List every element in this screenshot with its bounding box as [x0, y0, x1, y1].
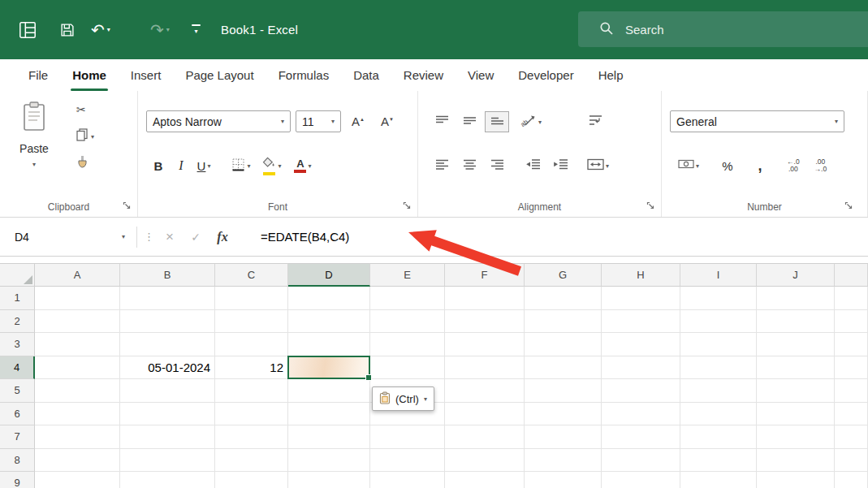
cell-G4[interactable]	[525, 356, 602, 380]
font-name-combobox[interactable]: Aptos Narrow▾	[146, 110, 291, 132]
column-header-J[interactable]: J	[757, 263, 835, 287]
cut-button[interactable]: ✂	[76, 101, 94, 119]
tab-data[interactable]: Data	[341, 59, 391, 91]
row-header-9[interactable]: 9	[0, 472, 35, 488]
redo-button[interactable]: ↷▾	[150, 0, 170, 59]
comma-style-button[interactable]: ,	[749, 154, 771, 177]
cell-J7[interactable]	[757, 425, 835, 449]
cell-D6[interactable]	[288, 403, 370, 426]
cell-B6[interactable]	[120, 403, 215, 426]
cell-D5[interactable]	[288, 379, 370, 403]
alignment-dialog-launcher[interactable]	[646, 201, 656, 211]
cell-B8[interactable]	[120, 449, 215, 473]
cell-A6[interactable]	[35, 403, 120, 426]
cell-A9[interactable]	[35, 472, 120, 488]
wrap-text-button[interactable]	[585, 110, 607, 133]
tab-insert[interactable]: Insert	[119, 59, 174, 91]
cell-I8[interactable]	[680, 449, 757, 473]
increase-font-size-button[interactable]: A▲	[346, 114, 370, 128]
cell-C2[interactable]	[215, 310, 288, 334]
tab-view[interactable]: View	[456, 59, 506, 91]
cell-B2[interactable]	[120, 310, 215, 334]
cell-I9[interactable]	[680, 472, 757, 488]
cell-F5[interactable]	[445, 379, 525, 403]
cell-A2[interactable]	[35, 310, 120, 334]
cell-H4[interactable]	[602, 356, 680, 380]
cell-B3[interactable]	[120, 333, 215, 356]
cell-overflow[interactable]	[835, 287, 868, 310]
excel-logo-icon[interactable]	[18, 0, 37, 59]
tab-home[interactable]: Home	[60, 59, 119, 91]
cell-D2[interactable]	[288, 310, 370, 334]
cell-F7[interactable]	[445, 425, 525, 449]
cell-B7[interactable]	[120, 425, 215, 449]
cell-D9[interactable]	[288, 472, 370, 488]
cell-E9[interactable]	[370, 472, 445, 488]
cell-E1[interactable]	[370, 287, 445, 310]
number-format-combobox[interactable]: General▾	[670, 110, 844, 132]
cell-H8[interactable]	[602, 449, 680, 473]
row-header-5[interactable]: 5	[0, 379, 35, 403]
cell-H6[interactable]	[602, 403, 680, 426]
number-dialog-launcher[interactable]	[844, 201, 854, 211]
cell-C4[interactable]: 12	[215, 356, 288, 380]
cell-J5[interactable]	[757, 379, 835, 403]
row-header-7[interactable]: 7	[0, 425, 35, 449]
row-header-4[interactable]: 4	[0, 356, 35, 380]
align-right-button[interactable]	[485, 155, 509, 176]
cell-C9[interactable]	[215, 472, 288, 488]
cell-H9[interactable]	[602, 472, 680, 488]
accounting-format-button[interactable]: ▾	[678, 154, 699, 177]
cell-E2[interactable]	[370, 310, 445, 334]
cell-J4[interactable]	[757, 356, 835, 380]
cell-J9[interactable]	[757, 472, 835, 488]
column-header-A[interactable]: A	[35, 263, 120, 287]
save-button[interactable]	[58, 0, 76, 59]
formula-input[interactable]: =EDATE(B4,C4)	[261, 230, 349, 244]
name-box[interactable]: D4▾	[6, 226, 130, 248]
row-header-2[interactable]: 2	[0, 310, 35, 334]
font-size-combobox[interactable]: 11▾	[296, 110, 341, 132]
undo-button[interactable]: ↶▾	[91, 0, 110, 59]
cell-F4[interactable]	[445, 356, 525, 380]
column-header-H[interactable]: H	[602, 263, 680, 287]
cell-E3[interactable]	[370, 333, 445, 356]
clipboard-dialog-launcher[interactable]	[122, 201, 132, 211]
underline-button[interactable]: U▾	[193, 154, 214, 177]
cell-A7[interactable]	[35, 425, 120, 449]
middle-align-button[interactable]	[457, 111, 482, 132]
cell-overflow[interactable]	[835, 425, 868, 449]
column-header-E[interactable]: E	[370, 263, 445, 287]
customize-quick-access-toolbar-button[interactable]: ▾	[192, 0, 201, 59]
tab-page-layout[interactable]: Page Layout	[173, 59, 266, 91]
cell-A5[interactable]	[35, 379, 120, 403]
cell-overflow[interactable]	[835, 333, 868, 356]
merge-and-center-button[interactable]: ▾	[587, 154, 609, 177]
cell-A1[interactable]	[35, 287, 120, 310]
search-box[interactable]: Search	[578, 11, 868, 47]
cell-G6[interactable]	[525, 403, 602, 426]
cell-G8[interactable]	[525, 449, 602, 473]
format-painter-button[interactable]	[76, 154, 94, 172]
cell-C3[interactable]	[215, 333, 288, 356]
tab-file[interactable]: File	[16, 59, 60, 91]
row-header-3[interactable]: 3	[0, 333, 35, 356]
cell-B9[interactable]	[120, 472, 215, 488]
insert-function-button[interactable]: fx	[209, 230, 236, 244]
cell-J2[interactable]	[757, 310, 835, 334]
cell-G5[interactable]	[525, 379, 602, 403]
cell-overflow[interactable]	[835, 356, 868, 380]
cell-overflow[interactable]	[835, 379, 868, 403]
column-header-G[interactable]: G	[525, 263, 602, 287]
cell-C8[interactable]	[215, 449, 288, 473]
cell-overflow[interactable]	[835, 310, 868, 334]
cell-overflow[interactable]	[835, 472, 868, 488]
cell-H5[interactable]	[602, 379, 680, 403]
column-header-overflow[interactable]	[835, 263, 868, 287]
cell-I5[interactable]	[680, 379, 757, 403]
cell-overflow[interactable]	[835, 403, 868, 426]
cell-I6[interactable]	[680, 403, 757, 426]
orientation-button[interactable]: ab▾	[520, 110, 542, 133]
cell-H7[interactable]	[602, 425, 680, 449]
cell-I3[interactable]	[680, 333, 757, 356]
